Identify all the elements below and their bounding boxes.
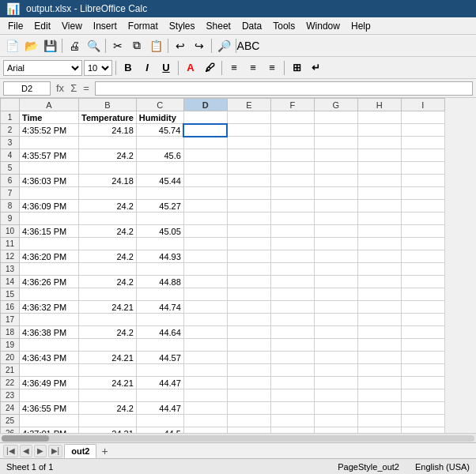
cell-C13[interactable]	[136, 263, 183, 276]
cell-F23[interactable]	[270, 389, 314, 402]
cell-G15[interactable]	[314, 288, 357, 301]
add-sheet-button[interactable]: +	[98, 446, 111, 457]
cell-D7[interactable]	[183, 187, 227, 200]
cell-C25[interactable]	[136, 415, 183, 427]
print-button[interactable]: 🖨	[66, 37, 83, 55]
function-wizard-button[interactable]: fx	[54, 82, 66, 94]
cell-H24[interactable]	[357, 402, 401, 415]
cell-F20[interactable]	[270, 352, 314, 364]
cell-H9[interactable]	[357, 213, 401, 225]
formula-input[interactable]	[95, 81, 473, 96]
col-header-B[interactable]: B	[79, 99, 137, 111]
cell-G2[interactable]	[314, 124, 357, 137]
cell-D21[interactable]	[183, 364, 227, 377]
cell-E3[interactable]	[227, 137, 270, 149]
cell-H17[interactable]	[357, 314, 401, 326]
cell-H8[interactable]	[357, 200, 401, 213]
cell-D10[interactable]	[183, 225, 227, 238]
cell-B3[interactable]	[79, 137, 137, 149]
col-header-C[interactable]: C	[136, 99, 183, 111]
cell-I20[interactable]	[401, 352, 444, 364]
italic-button[interactable]: I	[138, 59, 156, 77]
cell-B2[interactable]: 24.18	[79, 124, 137, 137]
cell-I19[interactable]	[401, 339, 444, 352]
cell-A3[interactable]	[20, 137, 79, 149]
cell-B12[interactable]: 24.2	[79, 250, 137, 263]
cell-I2[interactable]	[401, 124, 444, 137]
cell-I1[interactable]	[401, 111, 444, 124]
cell-C6[interactable]: 45.44	[136, 175, 183, 187]
cell-H7[interactable]	[357, 187, 401, 200]
cell-I12[interactable]	[401, 250, 444, 263]
cell-C2[interactable]: 45.74	[136, 124, 183, 137]
cell-B17[interactable]	[79, 314, 137, 326]
cell-I22[interactable]	[401, 377, 444, 389]
cell-B15[interactable]	[79, 288, 137, 301]
cell-C26[interactable]: 44.5	[136, 427, 183, 434]
cell-C7[interactable]	[136, 187, 183, 200]
cell-E19[interactable]	[227, 339, 270, 352]
cell-A6[interactable]: 4:36:03 PM	[20, 175, 79, 187]
cell-C12[interactable]: 44.93	[136, 250, 183, 263]
col-header-E[interactable]: E	[227, 99, 270, 111]
cell-I11[interactable]	[401, 238, 444, 250]
redo-button[interactable]: ↪	[191, 37, 208, 55]
cell-D4[interactable]	[183, 149, 227, 162]
cell-G6[interactable]	[314, 175, 357, 187]
align-center-button[interactable]: ≡	[244, 59, 262, 77]
cell-F10[interactable]	[270, 225, 314, 238]
cell-E10[interactable]	[227, 225, 270, 238]
cell-B18[interactable]: 24.2	[79, 326, 137, 339]
save-button[interactable]: 💾	[41, 37, 59, 55]
cell-A1[interactable]: Time	[20, 111, 79, 124]
menu-item-sheet[interactable]: Sheet	[202, 19, 236, 33]
cell-B10[interactable]: 24.2	[79, 225, 137, 238]
cell-H16[interactable]	[357, 301, 401, 314]
cell-I25[interactable]	[401, 415, 444, 427]
font-selector[interactable]: Arial	[3, 60, 82, 76]
cell-C11[interactable]	[136, 238, 183, 250]
cell-B25[interactable]	[79, 415, 137, 427]
cell-C15[interactable]	[136, 288, 183, 301]
menu-item-insert[interactable]: Insert	[89, 19, 122, 33]
menu-item-help[interactable]: Help	[346, 19, 376, 33]
cell-E14[interactable]	[227, 276, 270, 288]
cell-H1[interactable]	[357, 111, 401, 124]
cell-C22[interactable]: 44.47	[136, 377, 183, 389]
cell-F2[interactable]	[270, 124, 314, 137]
cell-D11[interactable]	[183, 238, 227, 250]
cell-D9[interactable]	[183, 213, 227, 225]
cell-A5[interactable]	[20, 162, 79, 175]
cell-I3[interactable]	[401, 137, 444, 149]
cell-D19[interactable]	[183, 339, 227, 352]
cell-H13[interactable]	[357, 263, 401, 276]
cell-D13[interactable]	[183, 263, 227, 276]
paste-button[interactable]: 📋	[147, 37, 164, 55]
cell-F9[interactable]	[270, 213, 314, 225]
cell-G10[interactable]	[314, 225, 357, 238]
cell-F21[interactable]	[270, 364, 314, 377]
align-right-button[interactable]: ≡	[263, 59, 281, 77]
cell-G8[interactable]	[314, 200, 357, 213]
cell-G11[interactable]	[314, 238, 357, 250]
col-header-A[interactable]: A	[20, 99, 79, 111]
cell-I5[interactable]	[401, 162, 444, 175]
cell-B21[interactable]	[79, 364, 137, 377]
cell-G1[interactable]	[314, 111, 357, 124]
undo-button[interactable]: ↩	[172, 37, 189, 55]
cell-E6[interactable]	[227, 175, 270, 187]
cell-C3[interactable]	[136, 137, 183, 149]
menu-item-styles[interactable]: Styles	[164, 19, 200, 33]
cell-A7[interactable]	[20, 187, 79, 200]
cell-E2[interactable]	[227, 124, 270, 137]
cell-D8[interactable]	[183, 200, 227, 213]
cut-button[interactable]: ✂	[109, 37, 127, 55]
cell-F8[interactable]	[270, 200, 314, 213]
tab-nav-prev[interactable]: ◀	[20, 445, 32, 457]
cell-B14[interactable]: 24.2	[79, 276, 137, 288]
merge-button[interactable]: ⊞	[288, 59, 305, 77]
cell-I8[interactable]	[401, 200, 444, 213]
cell-A26[interactable]: 4:37:01 PM	[20, 427, 79, 434]
cell-A2[interactable]: 4:35:52 PM	[20, 124, 79, 137]
cell-A13[interactable]	[20, 263, 79, 276]
